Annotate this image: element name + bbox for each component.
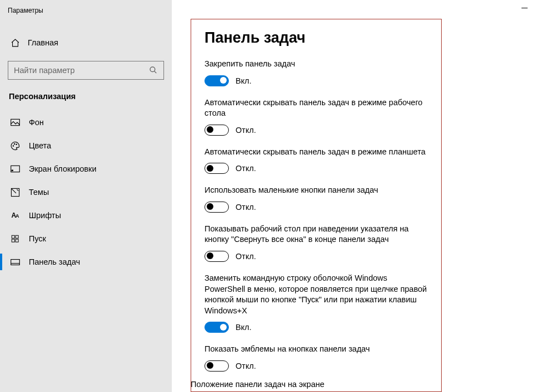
sidebar-item-label: Шрифты bbox=[29, 211, 61, 220]
toggle-row: Откл. bbox=[204, 125, 428, 136]
toggle-switch[interactable] bbox=[204, 163, 229, 174]
home-label: Главная bbox=[28, 38, 58, 47]
lockscreen-icon bbox=[10, 164, 20, 174]
toggle-row: Вкл. bbox=[204, 75, 428, 86]
themes-icon bbox=[10, 187, 20, 197]
palette-icon bbox=[10, 141, 20, 151]
search-input[interactable] bbox=[14, 66, 149, 75]
toggle-state-label: Откл. bbox=[236, 164, 256, 173]
toggle-knob bbox=[207, 362, 213, 369]
main-wrap: Панель задач Закрепить панель задачВкл.А… bbox=[172, 0, 537, 392]
window-minimize-button[interactable] bbox=[512, 0, 537, 16]
fonts-icon: AA bbox=[10, 210, 20, 220]
toggle-state-label: Откл. bbox=[236, 126, 256, 135]
main-highlight: Панель задач Закрепить панель задачВкл.А… bbox=[191, 19, 442, 392]
sidebar-item-label: Пуск bbox=[29, 234, 46, 243]
toggle-knob bbox=[220, 77, 227, 84]
svg-point-5 bbox=[16, 143, 16, 144]
sidebar-item-fonts[interactable]: AA Шрифты bbox=[0, 204, 172, 227]
toggle-row: Откл. bbox=[204, 202, 428, 213]
image-icon bbox=[10, 117, 20, 127]
setting-row: Показать эмблемы на кнопках панели задач… bbox=[204, 344, 428, 372]
svg-rect-10 bbox=[16, 235, 18, 238]
page-title: Панель задач bbox=[204, 29, 428, 47]
svg-rect-11 bbox=[12, 239, 14, 242]
svg-rect-12 bbox=[16, 239, 18, 242]
setting-label: Показывать рабочий стол при наведении ук… bbox=[204, 224, 428, 245]
minimize-icon bbox=[521, 8, 528, 8]
setting-row: Использовать маленькие кнопки панели зад… bbox=[204, 185, 428, 213]
sidebar: Параметры Главная Персонализация Фон bbox=[0, 0, 172, 392]
toggle-switch[interactable] bbox=[204, 251, 229, 262]
sidebar-item-lockscreen[interactable]: Экран блокировки bbox=[0, 157, 172, 180]
section-header: Персонализация bbox=[0, 90, 172, 111]
toggle-switch[interactable] bbox=[204, 125, 229, 136]
toggle-knob bbox=[207, 126, 213, 133]
setting-row: Автоматически скрывать панель задач в ре… bbox=[204, 147, 428, 174]
toggle-row: Вкл. bbox=[204, 322, 428, 333]
svg-rect-7 bbox=[12, 170, 13, 171]
search-box[interactable] bbox=[8, 61, 164, 80]
taskbar-position-label: Положение панели задач на экране bbox=[191, 380, 324, 389]
svg-point-0 bbox=[150, 67, 155, 72]
search-wrap bbox=[0, 61, 172, 90]
setting-row: Показывать рабочий стол при наведении ук… bbox=[204, 224, 428, 262]
toggle-switch[interactable] bbox=[204, 75, 229, 86]
toggle-row: Откл. bbox=[204, 251, 428, 262]
toggle-switch[interactable] bbox=[204, 202, 229, 213]
taskbar-icon bbox=[10, 257, 20, 267]
svg-point-4 bbox=[14, 143, 14, 144]
svg-point-3 bbox=[13, 145, 13, 146]
setting-label: Автоматически скрывать панель задач в ре… bbox=[204, 147, 428, 158]
toggle-switch[interactable] bbox=[204, 322, 229, 333]
toggle-state-label: Вкл. bbox=[236, 76, 252, 85]
toggle-row: Откл. bbox=[204, 163, 428, 174]
setting-label: Автоматически скрывать панель задач в ре… bbox=[204, 97, 428, 119]
setting-row: Заменить командную строку оболочкой Wind… bbox=[204, 273, 428, 333]
toggle-state-label: Откл. bbox=[236, 362, 256, 370]
sidebar-item-label: Цвета bbox=[29, 141, 51, 150]
home-link[interactable]: Главная bbox=[0, 32, 172, 53]
setting-row: Закрепить панель задачВкл. bbox=[204, 59, 428, 86]
sidebar-item-colors[interactable]: Цвета bbox=[0, 134, 172, 157]
svg-rect-9 bbox=[12, 235, 14, 238]
toggle-knob bbox=[207, 203, 213, 210]
toggle-knob bbox=[220, 324, 227, 331]
sidebar-item-label: Экран блокировки bbox=[29, 164, 96, 173]
setting-row: Автоматически скрывать панель задач в ре… bbox=[204, 97, 428, 136]
sidebar-item-background[interactable]: Фон bbox=[0, 111, 172, 134]
toggle-switch[interactable] bbox=[204, 360, 229, 372]
toggle-state-label: Откл. bbox=[236, 252, 256, 261]
search-icon bbox=[149, 66, 158, 75]
setting-label: Использовать маленькие кнопки панели зад… bbox=[204, 185, 428, 196]
sidebar-item-label: Фон bbox=[29, 118, 44, 127]
toggle-state-label: Откл. bbox=[236, 203, 256, 212]
home-icon bbox=[10, 38, 20, 48]
start-icon bbox=[10, 234, 20, 244]
setting-label: Заменить командную строку оболочкой Wind… bbox=[204, 273, 428, 316]
toggle-knob bbox=[207, 165, 213, 172]
sidebar-item-label: Панель задач bbox=[29, 257, 80, 266]
setting-label: Закрепить панель задач bbox=[204, 59, 428, 70]
svg-rect-13 bbox=[11, 259, 19, 265]
sidebar-item-label: Темы bbox=[29, 188, 49, 197]
sidebar-item-taskbar[interactable]: Панель задач bbox=[0, 250, 172, 274]
sidebar-item-start[interactable]: Пуск bbox=[0, 227, 172, 250]
toggle-state-label: Вкл. bbox=[236, 323, 252, 332]
toggle-knob bbox=[207, 252, 213, 259]
window-title: Параметры bbox=[0, 4, 172, 17]
setting-label: Показать эмблемы на кнопках панели задач bbox=[204, 344, 428, 355]
sidebar-item-themes[interactable]: Темы bbox=[0, 180, 172, 204]
toggle-row: Откл. bbox=[204, 360, 428, 372]
svg-line-1 bbox=[154, 71, 156, 73]
